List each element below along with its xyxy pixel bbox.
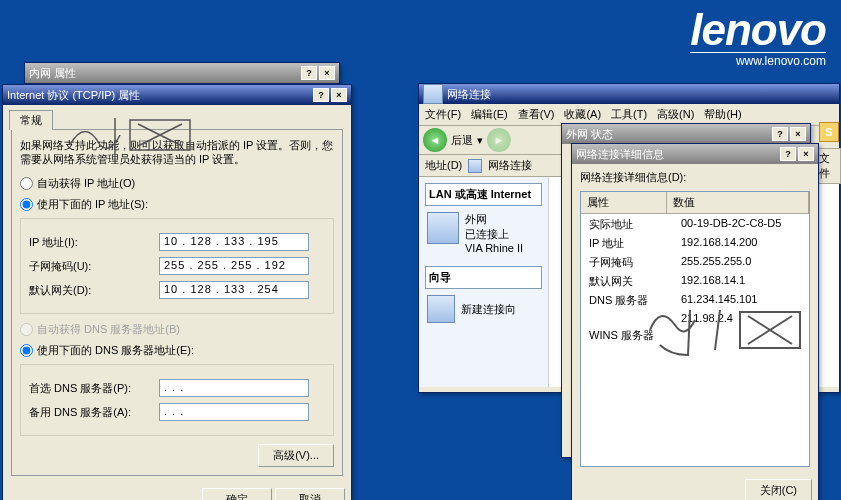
app-tab-icon[interactable]: S [819, 122, 839, 142]
gw-input[interactable]: 10 . 128 . 133 . 254 [159, 281, 309, 299]
ok-button[interactable]: 确定 [202, 488, 272, 500]
description-text: 如果网络支持此功能，则可以获取自动指派的 IP 设置。否则，您需要从网络系统管理… [20, 138, 334, 166]
ip-input[interactable]: 10 . 128 . 133 . 195 [159, 233, 309, 251]
brand-url: www.lenovo.com [690, 52, 826, 68]
mask-label: 子网掩码(U): [29, 259, 159, 274]
wizard-icon [427, 295, 455, 323]
menu-tools[interactable]: 工具(T) [611, 107, 647, 122]
table-row: IP 地址192.168.14.200 [583, 235, 807, 252]
advanced-button[interactable]: 高级(V)... [258, 444, 334, 467]
explorer-sidebar: LAN 或高速 Internet 外网 已连接上 VIA Rhine II 向导… [419, 177, 549, 387]
new-connection-wizard[interactable]: 新建连接向 [427, 295, 540, 323]
window-tcpip-props: Internet 协议 (TCP/IP) 属性 ? × 常规 如果网络支持此功能… [2, 84, 352, 500]
mask-input[interactable]: 255 . 255 . 255 . 192 [159, 257, 309, 275]
radio-auto-ip-input[interactable] [20, 177, 33, 190]
titlebar-inner[interactable]: 内网 属性 ? × [25, 63, 339, 83]
brand-block: lenovo www.lenovo.com [690, 8, 826, 68]
window-icon [423, 84, 443, 104]
sidebar-section-lan: LAN 或高速 Internet [425, 183, 542, 206]
ip-label: IP 地址(I): [29, 235, 159, 250]
value-cell: 192.168.14.1 [675, 273, 807, 290]
title-text: 外网 状态 [566, 127, 613, 142]
close-button[interactable]: × [319, 66, 335, 80]
col-value[interactable]: 数值 [667, 192, 809, 213]
table-row: 子网掩码255.255.255.0 [583, 254, 807, 271]
table-row: 默认网关192.168.14.1 [583, 273, 807, 290]
menu-adv[interactable]: 高级(N) [657, 107, 694, 122]
radio-auto-dns: 自动获得 DNS 服务器地址(B) [20, 322, 334, 337]
close-button-lower[interactable]: 关闭(C) [745, 479, 812, 500]
tab-general[interactable]: 常规 [9, 110, 53, 130]
brand-logo: lenovo [690, 8, 826, 52]
sidebar-section-wizard: 向导 [425, 266, 542, 289]
menu-view[interactable]: 查看(V) [518, 107, 555, 122]
dns2-input[interactable]: . . . [159, 403, 309, 421]
value-cell: 255.255.255.0 [675, 254, 807, 271]
close-button[interactable]: × [331, 88, 347, 102]
titlebar-tcpip[interactable]: Internet 协议 (TCP/IP) 属性 ? × [3, 85, 351, 105]
connection-icon [427, 212, 459, 244]
title-text: 网络连接详细信息 [576, 147, 664, 162]
prop-cell: WINS 服务器 [583, 327, 673, 344]
menu-fav[interactable]: 收藏(A) [564, 107, 601, 122]
table-row: DNS 服务器61.234.145.101 [583, 292, 807, 309]
prop-cell [583, 311, 673, 325]
gw-label: 默认网关(D): [29, 283, 159, 298]
details-label: 网络连接详细信息(D): [572, 164, 818, 187]
connection-name: 外网 [465, 212, 523, 227]
col-property[interactable]: 属性 [581, 192, 667, 213]
window-inner-props: 内网 属性 ? × [24, 62, 340, 84]
close-button[interactable]: × [790, 127, 806, 141]
address-icon [468, 159, 482, 173]
menu-edit[interactable]: 编辑(E) [471, 107, 508, 122]
dns2-label: 备用 DNS 服务器(A): [29, 405, 159, 420]
help-button[interactable]: ? [772, 127, 788, 141]
menu-file[interactable]: 文件(F) [425, 107, 461, 122]
dns1-label: 首选 DNS 服务器(P): [29, 381, 159, 396]
titlebar-status[interactable]: 外网 状态 ?× [562, 124, 810, 144]
connection-status: 已连接上 [465, 227, 523, 242]
value-cell: 00-19-DB-2C-C8-D5 [675, 216, 807, 233]
menu-help[interactable]: 帮助(H) [704, 107, 741, 122]
help-button[interactable]: ? [780, 147, 796, 161]
help-button[interactable]: ? [301, 66, 317, 80]
address-label: 地址(D) [425, 158, 462, 173]
radio-use-dns-input[interactable] [20, 344, 33, 357]
radio-auto-dns-input [20, 323, 33, 336]
prop-cell: IP 地址 [583, 235, 673, 252]
title-text: 内网 属性 [29, 66, 76, 81]
chevron-down-icon[interactable]: ▾ [477, 134, 483, 147]
prop-cell: 默认网关 [583, 273, 673, 290]
connection-item-outer[interactable]: 外网 已连接上 VIA Rhine II [427, 212, 540, 254]
table-row: 实际地址00-19-DB-2C-C8-D5 [583, 216, 807, 233]
forward-icon: ► [487, 128, 511, 152]
connection-adapter: VIA Rhine II [465, 242, 523, 254]
prop-cell: 实际地址 [583, 216, 673, 233]
value-cell: 61.234.145.101 [675, 292, 807, 309]
value-cell: 211.98.2.4 [675, 311, 807, 325]
titlebar-details[interactable]: 网络连接详细信息 ?× [572, 144, 818, 164]
table-row: WINS 服务器 [583, 327, 807, 344]
prop-cell: DNS 服务器 [583, 292, 673, 309]
address-value[interactable]: 网络连接 [488, 158, 532, 173]
radio-auto-ip[interactable]: 自动获得 IP 地址(O) [20, 176, 334, 191]
details-list: 属性 数值 实际地址00-19-DB-2C-C8-D5IP 地址192.168.… [580, 191, 810, 467]
back-icon[interactable]: ◄ [423, 128, 447, 152]
title-text: Internet 协议 (TCP/IP) 属性 [7, 88, 140, 103]
dns1-input[interactable]: . . . [159, 379, 309, 397]
value-cell: 192.168.14.200 [675, 235, 807, 252]
value-cell [675, 327, 807, 344]
window-connection-details: 网络连接详细信息 ?× 网络连接详细信息(D): 属性 数值 实际地址00-19… [571, 143, 819, 500]
cancel-button[interactable]: 取消 [275, 488, 345, 500]
close-button[interactable]: × [798, 147, 814, 161]
title-text: 网络连接 [447, 87, 491, 102]
titlebar-explorer[interactable]: 网络连接 [419, 84, 839, 104]
table-row: 211.98.2.4 [583, 311, 807, 325]
back-label[interactable]: 后退 [451, 133, 473, 148]
radio-use-dns[interactable]: 使用下面的 DNS 服务器地址(E): [20, 343, 334, 358]
help-button[interactable]: ? [313, 88, 329, 102]
radio-use-ip[interactable]: 使用下面的 IP 地址(S): [20, 197, 334, 212]
radio-use-ip-input[interactable] [20, 198, 33, 211]
prop-cell: 子网掩码 [583, 254, 673, 271]
